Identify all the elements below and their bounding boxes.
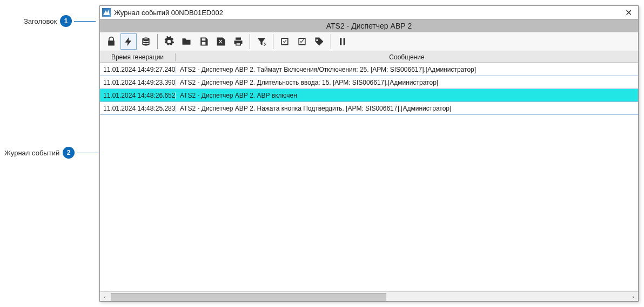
annotation-log-badge: 2 [63, 147, 75, 159]
toolbar-sep [157, 34, 158, 49]
cell-msg: ATS2 - Диспетчер АВР 2. Таймаут Включени… [176, 66, 638, 73]
annotation-header-badge: 1 [60, 15, 72, 27]
table-row[interactable]: 11.01.2024 14:48:26.652ATS2 - Диспетчер … [100, 89, 638, 102]
tag-icon[interactable] [311, 33, 327, 50]
hscrollbar[interactable]: ‹ › [100, 291, 638, 301]
cell-msg: ATS2 - Диспетчер АВР 2. Нажата кнопка По… [176, 105, 638, 112]
page-header: ATS2 - Диспетчер АВР 2 [100, 19, 638, 32]
app-icon [102, 8, 111, 17]
print-icon[interactable] [230, 33, 246, 50]
annotation-log: Журнал событий 2 [4, 147, 98, 159]
table-row[interactable]: 11.01.2024 14:49:23.390ATS2 - Диспетчер … [100, 76, 638, 89]
page-header-text: ATS2 - Диспетчер АВР 2 [326, 22, 412, 30]
lock-icon[interactable] [103, 33, 119, 50]
toolbar [100, 32, 638, 51]
close-icon[interactable]: ✕ [621, 8, 636, 18]
save-icon[interactable] [196, 33, 212, 50]
annotation-header: Заголовок 1 [24, 15, 96, 27]
folder-icon[interactable] [178, 33, 194, 50]
table-row[interactable]: 11.01.2024 14:48:25.283ATS2 - Диспетчер … [100, 102, 638, 115]
toolbar-sep [331, 34, 331, 49]
column-headers: Время генерации Сообщение [100, 51, 638, 63]
event-log-window: Журнал событий 00NDB01ED002 ✕ ATS2 - Дис… [99, 5, 639, 302]
cell-time: 11.01.2024 14:48:26.652 [100, 92, 176, 99]
pause-icon[interactable] [334, 33, 351, 50]
annotation-header-label: Заголовок [24, 17, 57, 25]
check-double-icon[interactable] [294, 33, 310, 50]
cell-time: 11.01.2024 14:49:23.390 [100, 79, 176, 86]
excel-icon[interactable] [213, 33, 229, 50]
annotation-line [74, 21, 96, 22]
scroll-track[interactable] [386, 293, 628, 301]
check-icon[interactable] [277, 33, 293, 50]
table-body: 11.01.2024 14:49:27.240ATS2 - Диспетчер … [100, 63, 638, 291]
col-msg[interactable]: Сообщение [176, 53, 638, 61]
db-icon[interactable] [138, 33, 154, 50]
scroll-right-icon[interactable]: › [628, 294, 638, 300]
titlebar[interactable]: Журнал событий 00NDB01ED002 ✕ [100, 6, 638, 19]
filter-icon[interactable] [253, 33, 270, 50]
col-time[interactable]: Время генерации [100, 53, 176, 61]
toolbar-sep [250, 34, 250, 49]
annotation-line [77, 153, 98, 153]
window-title: Журнал событий 00NDB01ED002 [114, 9, 621, 17]
toolbar-sep [273, 34, 273, 49]
cell-time: 11.01.2024 14:49:27.240 [100, 66, 176, 73]
table-row[interactable]: 11.01.2024 14:49:27.240ATS2 - Диспетчер … [100, 63, 638, 76]
bolt-icon[interactable] [120, 33, 137, 50]
cell-time: 11.01.2024 14:48:25.283 [100, 105, 176, 112]
scroll-left-icon[interactable]: ‹ [100, 294, 110, 300]
cell-msg: ATS2 - Диспетчер АВР 2. Длительность вво… [176, 79, 638, 86]
scroll-thumb[interactable] [111, 293, 386, 301]
gear-icon[interactable] [161, 33, 177, 50]
cell-msg: ATS2 - Диспетчер АВР 2. АВР включен [176, 92, 638, 99]
annotation-log-label: Журнал событий [4, 149, 59, 157]
